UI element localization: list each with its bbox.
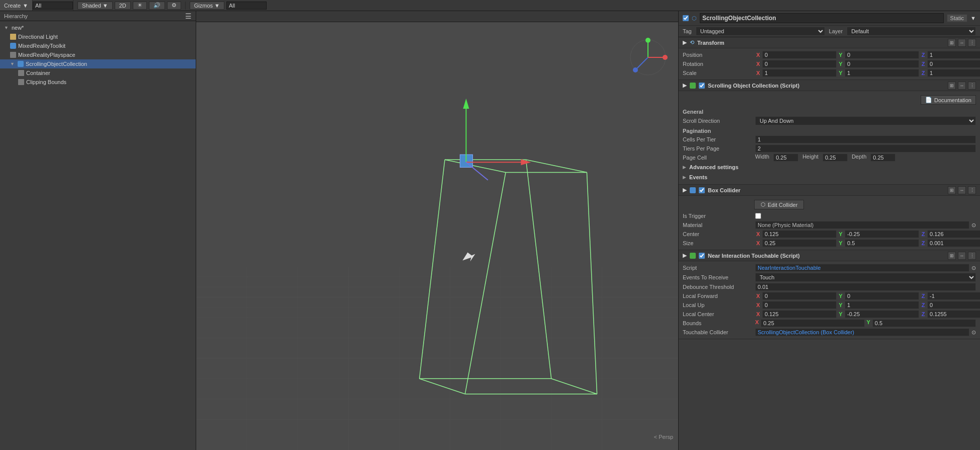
near-interaction-menu[interactable]: ⋮ (968, 252, 976, 260)
script-enabled-checkbox[interactable] (699, 83, 705, 89)
scale-x-input[interactable] (762, 69, 837, 77)
tag-layer-row: Tag Untagged Layer Default (679, 26, 980, 37)
tiers-per-page-input[interactable] (755, 144, 976, 153)
viewport-canvas[interactable]: Y X Z < Persp (196, 22, 678, 450)
script-menu[interactable]: ⋮ (968, 82, 976, 90)
box-collider-icon-1[interactable]: ⊞ (948, 186, 956, 194)
near-interaction-icon-2[interactable]: ↔ (958, 252, 966, 260)
events-to-receive-select[interactable]: Touch (755, 273, 976, 282)
touchable-collider-input[interactable] (755, 328, 969, 336)
lu-z-input[interactable] (927, 301, 980, 309)
scale-y-item: Y (838, 69, 919, 77)
object-name-input[interactable] (700, 13, 944, 23)
lighting-btn[interactable]: ☀ (133, 2, 147, 10)
lf-x-input[interactable] (762, 292, 837, 300)
box-collider-header[interactable]: ▶ Box Collider ⊞ ↔ ⋮ (679, 185, 980, 196)
bounds-x-input[interactable] (761, 319, 864, 327)
center-x-input[interactable] (762, 230, 837, 238)
hierarchy-item-mrplayspace[interactable]: MixedRealityPlayspace (0, 50, 196, 59)
events-collapse[interactable]: ▶ Events (679, 172, 980, 182)
near-interaction-header[interactable]: ▶ Near Interaction Touchable (Script) ⊞ … (679, 250, 980, 261)
lc-z-input[interactable] (927, 310, 980, 318)
near-interaction-icon-1[interactable]: ⊞ (948, 252, 956, 260)
edit-collider-button[interactable]: ⬡ Edit Collider (754, 200, 804, 209)
size-x-input[interactable] (762, 239, 837, 247)
documentation-button[interactable]: 📄 Documentation (921, 95, 976, 105)
hierarchy-menu[interactable]: ☰ (185, 12, 192, 20)
scrolling-arrow: ▼ (10, 61, 15, 66)
is-trigger-checkbox[interactable] (755, 213, 761, 219)
gizmos-search[interactable] (226, 2, 267, 10)
mrtoolkit-icon (10, 43, 16, 49)
lf-z-input[interactable] (927, 292, 980, 300)
shaded-dropdown[interactable]: Shaded ▼ (77, 2, 113, 10)
script-icon-1[interactable]: ⊞ (948, 82, 956, 90)
lu-y-input[interactable] (845, 301, 919, 309)
transform-header[interactable]: ▶ ⟲ Transform ⊞ ↔ ⋮ (679, 37, 980, 48)
material-menu-icon[interactable]: ⊙ (971, 222, 976, 229)
2d-toggle[interactable]: 2D (115, 2, 131, 10)
transform-icon-1[interactable]: ⊞ (948, 39, 956, 47)
touchable-collider-icon[interactable]: ⊙ (971, 329, 976, 336)
transform-icon-2[interactable]: ↔ (958, 39, 966, 47)
scroll-direction-select[interactable]: Up And Down (755, 116, 976, 125)
hierarchy-item-root[interactable]: ▼ new* (0, 23, 196, 32)
box-collider-menu[interactable]: ⋮ (968, 186, 976, 194)
scrolling-script-header[interactable]: ▶ Scrolling Object Collection (Script) ⊞… (679, 80, 980, 91)
pos-z-input[interactable] (927, 51, 980, 59)
gizmos-dropdown[interactable]: Gizmos ▼ (190, 2, 224, 10)
lc-y-input[interactable] (845, 310, 919, 318)
pos-y-input[interactable] (845, 51, 919, 59)
rot-z-input[interactable] (927, 60, 980, 68)
box-collider-icon-2[interactable]: ↔ (958, 186, 966, 194)
hierarchy-item-scrolling[interactable]: ▼ ScrollingObjectCollection (0, 59, 196, 68)
near-interaction-enabled[interactable] (699, 253, 705, 259)
local-up-xyz: X Y Z (755, 301, 980, 309)
material-input[interactable] (755, 221, 969, 229)
transform-menu[interactable]: ⋮ (968, 39, 976, 47)
page-cell-height-input[interactable] (823, 154, 848, 162)
scale-y-input[interactable] (845, 69, 919, 77)
size-z-input[interactable] (927, 239, 980, 247)
clipping-label: Clipping Bounds (26, 79, 66, 85)
hierarchy-item-mrtoolkit[interactable]: MixedRealityToolkit (0, 41, 196, 50)
page-cell-width-input[interactable] (773, 154, 798, 162)
rot-z-item: Z (920, 60, 980, 68)
script-ref-icon[interactable]: ⊙ (971, 265, 976, 271)
audio-btn[interactable]: 🔊 (149, 2, 165, 10)
center-y-input[interactable] (845, 230, 919, 238)
rot-x-input[interactable] (762, 60, 837, 68)
rot-y-input[interactable] (845, 60, 919, 68)
advanced-settings-collapse[interactable]: ▶ Advanced settings (679, 162, 980, 172)
page-cell-depth-input[interactable] (870, 154, 895, 162)
hierarchy-item-directional-light[interactable]: Directional Light (0, 32, 196, 41)
lf-y-input[interactable] (845, 292, 919, 300)
pos-x-input[interactable] (762, 51, 837, 59)
tag-select[interactable]: Untagged (696, 27, 825, 36)
bounds-y-input[interactable] (872, 319, 976, 327)
scale-z-input[interactable] (927, 69, 980, 77)
transform-title: Transform (697, 40, 945, 46)
lc-x-input[interactable] (762, 310, 837, 318)
create-menu[interactable]: Create ▼ (0, 0, 33, 11)
layer-select[interactable]: Default (847, 27, 976, 36)
script-cube-icon (690, 83, 696, 89)
viewport[interactable]: Y X Z < Persp (196, 11, 678, 450)
scale-x-item: X (755, 69, 837, 77)
mrplayspace-icon (10, 52, 16, 58)
cells-per-tier-input[interactable] (755, 135, 976, 143)
center-row: Center X Y Z (679, 230, 980, 239)
center-z-input[interactable] (927, 230, 980, 238)
box-collider-enabled[interactable] (699, 187, 705, 193)
search-input[interactable] (33, 2, 73, 10)
lu-x-input[interactable] (762, 301, 837, 309)
script-ref-input[interactable] (755, 264, 969, 272)
script-icon-2[interactable]: ↔ (958, 82, 966, 90)
debounce-input[interactable] (755, 283, 976, 291)
center-x-item: X (755, 230, 837, 238)
object-enabled-checkbox[interactable] (683, 15, 689, 21)
fx-btn[interactable]: ⚙ (167, 2, 181, 10)
hierarchy-item-container[interactable]: Container (0, 68, 196, 78)
hierarchy-item-clipping-bounds[interactable]: Clipping Bounds (0, 78, 196, 87)
size-y-input[interactable] (845, 239, 919, 247)
